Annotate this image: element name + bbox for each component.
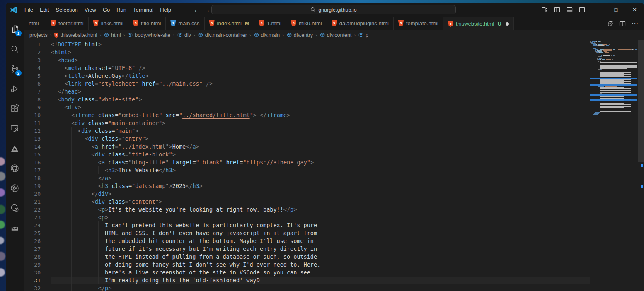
nav-back-icon[interactable]: ← (194, 6, 200, 13)
code-line-20[interactable]: </div> (51, 190, 590, 198)
more-actions-icon[interactable]: ⋯ (632, 19, 638, 27)
tab-footer.html[interactable]: 5footer.html (46, 17, 89, 30)
code-line-4[interactable]: <meta charset="UTF-8" /> (51, 64, 590, 72)
code-line-23[interactable]: <p> (51, 214, 590, 221)
indent-guide (98, 166, 105, 174)
minimap[interactable] (590, 40, 637, 291)
breadcrumb-item-p[interactable]: p (358, 32, 368, 38)
vertical-scrollbar[interactable] (637, 40, 644, 291)
breadcrumb-item-thiswebsite.html[interactable]: 5thiswebsite.html (54, 32, 97, 38)
symbol-cube-icon (286, 32, 292, 38)
indent-guide (78, 135, 85, 143)
command-center-searchbox[interactable]: gnargle.github.io (211, 5, 456, 14)
code-line-16[interactable]: <a class="blog-title" target="_blank" hr… (51, 159, 590, 166)
menu-go[interactable]: Go (99, 5, 113, 14)
code-line-10[interactable]: <iframe class="embed-title" src="../shar… (51, 111, 590, 119)
remote-explorer-icon[interactable] (6, 118, 24, 138)
git-graph-icon[interactable] (6, 178, 24, 198)
code-line-14[interactable]: <a href="../index.html">Home</a> (51, 143, 590, 151)
breadcrumb-item-body.whole-site[interactable]: body.whole-site (127, 32, 170, 38)
breadcrumb-item-html[interactable]: html (104, 32, 121, 38)
toggle-panel-icon[interactable] (563, 5, 576, 15)
explorer-icon[interactable]: 1 (6, 19, 24, 39)
breadcrumb-item-div.entry[interactable]: div.entry (286, 32, 313, 38)
html-file-icon: 5 (332, 20, 337, 26)
compare-changes-icon[interactable] (607, 20, 613, 27)
code-line-19[interactable]: <h3 class="datestamp">2025</h3> (51, 182, 590, 190)
code-line-18[interactable]: </a> (51, 174, 590, 182)
indent-guide (71, 190, 78, 198)
code-line-24[interactable]: I can't pretend this website is particul… (51, 221, 590, 229)
indent-guide (51, 111, 58, 119)
code-line-11[interactable]: <div class="main-container"> (51, 119, 590, 127)
menu-run[interactable]: Run (113, 5, 130, 14)
code-line-12[interactable]: <div class="main"> (51, 127, 590, 135)
toggle-secondary-sidebar-icon[interactable] (576, 5, 588, 15)
code-line-6[interactable]: <link rel="stylesheet" href="../main.css… (51, 80, 590, 88)
godot-engine-icon[interactable] (6, 218, 24, 238)
code-line-32[interactable]: </p> (51, 284, 590, 291)
menu-selection[interactable]: Selection (52, 5, 81, 14)
tab-html[interactable]: html (24, 17, 46, 30)
overview-ruler-mark (641, 164, 643, 167)
code-line-1[interactable]: <!DOCTYPE html> (51, 41, 590, 48)
code-line-29[interactable]: of doing some fancy shit I don't see why… (51, 261, 590, 269)
code-line-9[interactable]: <div> (51, 103, 590, 111)
toggle-sidebar-icon[interactable] (551, 5, 563, 15)
extensions-icon[interactable] (6, 99, 24, 118)
code-line-26[interactable]: the embedded hit counter at the bottom. … (51, 237, 590, 245)
breadcrumb-item-div.main[interactable]: div.main (254, 32, 280, 38)
tab-main.css[interactable]: 3main.css (166, 17, 204, 30)
code-line-31[interactable]: I'm really doing this the 'old-fashioned… (51, 277, 590, 284)
code-line-2[interactable]: <html> (51, 48, 590, 56)
code-line-27[interactable]: future if it's necessary but I'm writing… (51, 245, 590, 253)
search-icon[interactable] (6, 39, 24, 59)
split-editor-icon[interactable] (619, 20, 626, 27)
close-button[interactable]: ✕ (625, 3, 644, 17)
menu-help[interactable]: Help (157, 5, 174, 14)
code-line-30[interactable]: here's a live screenshot of the site in … (51, 269, 590, 277)
unsaved-changes-dot[interactable] (506, 22, 509, 26)
code-area[interactable]: <!DOCTYPE html><html><head><meta charset… (51, 41, 590, 291)
code-line-21[interactable]: <div class="content"> (51, 198, 590, 206)
menu-view[interactable]: View (81, 5, 99, 14)
code-line-8[interactable]: <body class="whole-site"> (51, 96, 590, 103)
customize-layout-icon[interactable] (538, 5, 551, 15)
tab-index.html[interactable]: 5index.htmlM (205, 17, 254, 30)
code-line-7[interactable]: </head> (51, 88, 590, 96)
github-icon[interactable] (6, 158, 24, 178)
tab-dalamudplugins.html[interactable]: 5dalamudplugins.html (327, 17, 394, 30)
code-line-28[interactable]: the HTML instead of pulling from a datab… (51, 253, 590, 261)
tab-template.html[interactable]: 5template.html (394, 17, 443, 30)
breadcrumb-item-div.main-container[interactable]: div.main-container (198, 32, 247, 38)
tab-title.html[interactable]: 5title.html (128, 17, 166, 30)
code-line-25[interactable]: HTML and CSS. I don't even have any java… (51, 229, 590, 237)
breadcrumb-item-div[interactable]: div (177, 32, 191, 38)
tab-miku.html[interactable]: 5miku.html (286, 17, 327, 30)
code-line-3[interactable]: <head> (51, 56, 590, 64)
menu-edit[interactable]: Edit (36, 5, 52, 14)
source-control-icon[interactable]: 2 (6, 59, 24, 79)
menu-file[interactable]: File (21, 5, 36, 14)
tab-thiswebsite.html[interactable]: 5thiswebsite.htmlU (443, 17, 514, 30)
run-and-debug-icon[interactable] (6, 79, 24, 99)
maximize-button[interactable]: □ (607, 3, 625, 17)
search-icon (310, 7, 316, 12)
gitlens-icon[interactable] (6, 198, 24, 218)
code-line-17[interactable]: <h3>This Website</h3> (51, 166, 590, 174)
indent-guide (71, 269, 78, 277)
minimize-button[interactable]: ― (588, 3, 607, 17)
tab-links.html[interactable]: 5links.html (89, 17, 128, 30)
nav-forward-icon[interactable]: → (204, 6, 210, 13)
code-line-22[interactable]: <p>It's the website you're looking at ri… (51, 206, 590, 214)
breadcrumb-item-div.content[interactable]: div.content (320, 32, 352, 38)
triangle-a-extension-icon[interactable] (6, 138, 24, 158)
code-line-15[interactable]: <div class="title-block"> (51, 151, 590, 159)
code-line-5[interactable]: <title>Athene.Gay</title> (51, 72, 590, 80)
menu-terminal[interactable]: Terminal (130, 5, 157, 14)
tab-1.html[interactable]: 51.html (254, 17, 286, 30)
breadcrumb-item-projects[interactable]: projects (29, 32, 48, 38)
code-line-13[interactable]: <div class="entry"> (51, 135, 590, 143)
scrollbar-slider[interactable] (638, 40, 644, 162)
indent-guide (65, 214, 71, 221)
